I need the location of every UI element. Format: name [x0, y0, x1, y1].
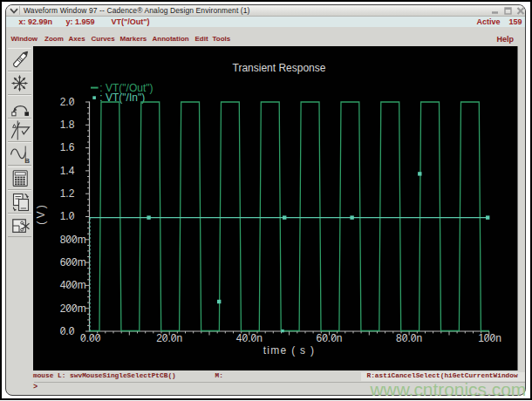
svg-text:Transient Response: Transient Response — [233, 62, 326, 74]
svg-text:400m: 400m — [60, 279, 86, 291]
svg-text:600m: 600m — [60, 256, 86, 268]
svg-text:60.0n: 60.0n — [316, 332, 342, 344]
svg-text:40.0n: 40.0n — [236, 332, 263, 344]
svg-text:20.0n: 20.0n — [156, 332, 182, 344]
svg-text:80.0n: 80.0n — [396, 332, 422, 344]
svg-text:1.4: 1.4 — [60, 165, 75, 177]
svg-text:0.0: 0.0 — [60, 325, 75, 337]
svg-text:1.2: 1.2 — [60, 187, 75, 200]
svg-text:1.6: 1.6 — [60, 141, 75, 153]
svg-text:( V ): ( V ) — [35, 205, 47, 225]
svg-text:1.0: 1.0 — [60, 210, 75, 222]
svg-text:2.0: 2.0 — [60, 96, 75, 108]
svg-text:1.8: 1.8 — [60, 119, 75, 131]
svg-text:800m: 800m — [60, 234, 86, 246]
svg-text:200m: 200m — [60, 302, 86, 315]
svg-text:time ( s ): time ( s ) — [263, 344, 316, 357]
svg-text:100n: 100n — [478, 332, 501, 344]
